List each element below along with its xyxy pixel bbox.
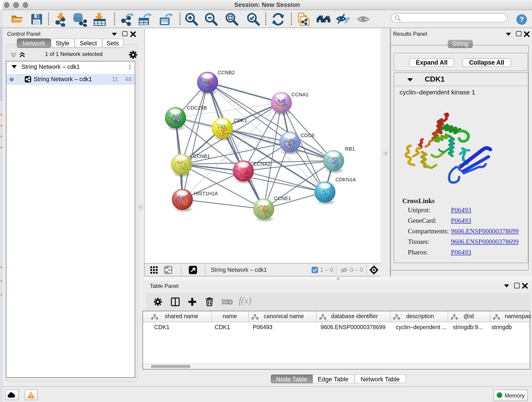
svg-text:CCNE1: CCNE1 bbox=[274, 195, 291, 201]
svg-text:RB1: RB1 bbox=[345, 146, 355, 152]
svg-text:CCNA2: CCNA2 bbox=[253, 161, 271, 167]
svg-text:CCNA1: CCNA1 bbox=[291, 91, 309, 97]
svg-text:CDK1: CDK1 bbox=[234, 117, 247, 123]
svg-text:CCNB2: CCNB2 bbox=[218, 70, 235, 75]
svg-text:?: ? bbox=[519, 15, 524, 24]
svg-text:HIST1H1A: HIST1H1A bbox=[194, 191, 218, 196]
svg-text:CDKN1A: CDKN1A bbox=[336, 177, 356, 182]
svg-text:CDC25B: CDC25B bbox=[187, 105, 207, 110]
svg-text:CCNB1: CCNB1 bbox=[193, 153, 210, 159]
svg-text:CDC6: CDC6 bbox=[301, 132, 314, 138]
